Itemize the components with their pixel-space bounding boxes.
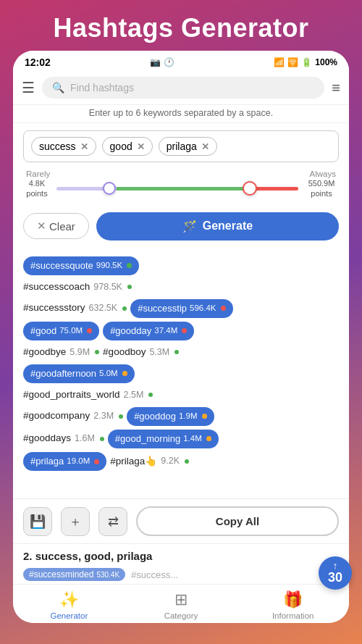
tag-goodday-text: #goodday <box>110 323 151 339</box>
tag-pill-goodday[interactable]: #goodday 37.4M <box>103 322 194 340</box>
save-button[interactable]: 💾 <box>23 507 52 536</box>
tag-goodday-count: 37.4M <box>154 324 177 338</box>
tag-prilaga-text: #prilaga <box>30 453 64 469</box>
tag-goodcompany-count: 2.3M <box>93 409 114 424</box>
nav-item-generator[interactable]: ✨ Generator <box>13 590 125 620</box>
action-bar: 💾 ＋ ⇄ Copy All <box>13 498 349 543</box>
second-set-row: #successminded 530.4K #success... <box>13 565 349 584</box>
slider-track-container[interactable] <box>56 183 298 195</box>
keywords-area: success ✕ good ✕ prilaga ✕ <box>13 123 349 167</box>
hashtag-line-8: #goodcompany 2.3M #gooddog 1.9M <box>23 407 339 426</box>
filter-icon[interactable]: ≡ <box>332 80 340 96</box>
signal-icon: 📶 <box>274 57 285 67</box>
tag-good-morning-count: 1.4M <box>183 432 202 446</box>
nav-item-information[interactable]: 🎁 Information <box>237 590 349 620</box>
nav-item-category[interactable]: ⊞ Category <box>125 590 237 620</box>
keywords-row: success ✕ good ✕ prilaga ✕ <box>23 130 339 162</box>
generate-wand-icon: 🪄 <box>182 219 197 233</box>
tag-successquote-dot <box>127 263 132 268</box>
tag-successquote-count: 990.5K <box>96 259 122 273</box>
tag-gooddays-count: 1.6M <box>75 431 95 446</box>
tag-goodbye[interactable]: #goodbye <box>23 344 66 361</box>
buttons-row: ✕ Clear 🪄 Generate <box>13 206 349 249</box>
search-bar[interactable]: 🔍 Find hashtags <box>42 77 324 99</box>
slider-thumb-left[interactable] <box>103 182 116 195</box>
tag-good-portraits[interactable]: #good_portraits_world <box>23 387 120 403</box>
second-set-more: #success... <box>131 569 178 580</box>
slider-row: 4.8K points 550.9M points <box>23 178 339 199</box>
keyword-tag-good[interactable]: good ✕ <box>102 137 153 156</box>
tag-goodbye-count: 5.9M <box>70 345 90 360</box>
tag-successminded-text: #successminded <box>29 569 93 580</box>
tag-gooddog-text: #gooddog <box>134 409 176 425</box>
tag-gooddog-dot <box>202 414 207 419</box>
tag-pill-good[interactable]: #good 75.0M <box>23 322 99 340</box>
status-media-icons: 📷 🕐 <box>150 57 174 67</box>
tag-pill-successtip[interactable]: #successtip 596.4K <box>130 299 232 318</box>
keyword-good-label: good <box>110 141 132 152</box>
wifi-icon: 🛜 <box>287 57 298 67</box>
shuffle-button[interactable]: ⇄ <box>98 507 127 536</box>
keyword-prilaga-label: prilaga <box>167 141 197 152</box>
tag-successtip-count: 596.4K <box>190 301 216 316</box>
tag-prilaga-hand[interactable]: #prilaga👆 <box>110 453 157 470</box>
clear-x-icon: ✕ <box>37 219 46 233</box>
keyword-tag-prilaga[interactable]: prilaga ✕ <box>159 137 217 156</box>
tag-goodcompany[interactable]: #goodcompany <box>23 408 90 425</box>
tag-good-morning-text: #good_morning <box>115 431 180 447</box>
hamburger-icon[interactable]: ☰ <box>22 79 35 96</box>
keyword-success-remove[interactable]: ✕ <box>80 141 88 152</box>
keyword-prilaga-remove[interactable]: ✕ <box>201 141 209 152</box>
slider-labels: Rarely Always <box>23 170 339 178</box>
tag-good-text: #good <box>30 323 56 339</box>
tag-pill-good-morning[interactable]: #good_morning 1.4M <box>108 430 219 448</box>
tag-good-count: 75.0M <box>59 324 83 338</box>
hashtags-area: #successquote 990.5K #successcoach 978.5… <box>13 249 349 498</box>
slider-right-points: 550.9M points <box>304 178 339 199</box>
badge-count: 30 <box>328 571 342 585</box>
information-icon: 🎁 <box>283 590 303 609</box>
tag-prilaga-dot <box>94 459 99 464</box>
hashtag-line-7: #good_portraits_world 2.5M <box>23 387 339 403</box>
keyword-good-remove[interactable]: ✕ <box>137 141 145 152</box>
tag-goodafternoon-dot <box>122 371 127 376</box>
clear-button[interactable]: ✕ Clear <box>23 213 89 239</box>
slider-track[interactable] <box>56 187 298 191</box>
hashtag-line-9: #gooddays 1.6M #good_morning 1.4M <box>23 430 339 448</box>
generate-button[interactable]: 🪄 Generate <box>96 212 339 241</box>
category-icon: ⊞ <box>174 590 188 609</box>
keyword-success-label: success <box>39 141 76 152</box>
nav-label-category: Category <box>164 611 198 620</box>
slider-area: Rarely Always 4.8K points 550.9M points <box>13 167 349 206</box>
tag-goodboy[interactable]: #goodboy <box>103 344 146 361</box>
keyword-tag-success[interactable]: success ✕ <box>31 137 96 156</box>
tag-pill-prilaga[interactable]: #prilaga 19.0M <box>23 452 106 471</box>
tag-goodcompany-dot <box>119 414 123 419</box>
add-button[interactable]: ＋ <box>61 507 90 536</box>
tag-goodbye-dot <box>95 350 99 354</box>
tag-good-portraits-count: 2.5M <box>124 388 144 403</box>
tag-gooddays[interactable]: #gooddays <box>23 430 71 447</box>
status-system-icons: 📶 🛜 🔋 100% <box>274 57 337 67</box>
slider-label-always: Always <box>310 170 336 178</box>
tag-pill-successquote[interactable]: #successquote 990.5K <box>23 256 139 275</box>
tag-successcoach[interactable]: #successcoach <box>23 279 90 296</box>
tag-pill-gooddog[interactable]: #gooddog 1.9M <box>127 407 214 426</box>
copy-all-button[interactable]: Copy All <box>136 506 339 536</box>
tag-successminded-count: 530.4K <box>96 571 119 579</box>
tag-successstory[interactable]: #successstory <box>23 300 85 317</box>
nav-label-generator: Generator <box>50 611 88 620</box>
tag-successtip-dot <box>221 306 226 311</box>
tag-pill-successminded[interactable]: #successminded 530.4K <box>23 568 125 581</box>
badge-counter[interactable]: ↑ 30 <box>319 556 352 590</box>
tag-gooddays-dot <box>100 437 104 441</box>
slider-thumb-right[interactable] <box>243 181 257 196</box>
tag-prilaga-hand-dot <box>185 459 189 464</box>
nav-label-information: Information <box>272 611 314 620</box>
status-bar: 12:02 📷 🕐 📶 🛜 🔋 100% <box>13 51 349 71</box>
tag-pill-goodafternoon[interactable]: #goodafternoon 5.0M <box>23 364 135 383</box>
search-placeholder: Find hashtags <box>70 82 134 93</box>
hashtag-line-1: #successquote 990.5K <box>23 256 339 275</box>
tag-successquote-text: #successquote <box>30 258 93 274</box>
tag-prilaga-count: 19.0M <box>67 454 90 469</box>
